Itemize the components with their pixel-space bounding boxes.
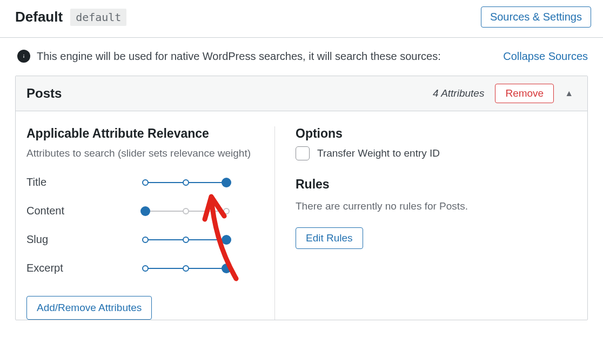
rules-title: Rules [296, 177, 574, 192]
source-panel-header-right: 4 Attributes Remove ▲ [433, 84, 573, 103]
slider-stop[interactable] [183, 208, 189, 214]
attribute-label: Title [26, 176, 145, 188]
slider-stop[interactable] [183, 265, 189, 272]
sources-settings-button[interactable]: Sources & Settings [481, 6, 591, 28]
attribute-slider-row: Excerpt [26, 262, 258, 274]
attributes-column: Applicable Attribute Relevance Attribute… [26, 126, 275, 320]
slider-stop[interactable] [222, 235, 231, 245]
source-panel-posts: Posts 4 Attributes Remove ▲ Applicable A… [15, 76, 588, 320]
info-text: This engine will be used for native Word… [37, 50, 441, 63]
info-icon [17, 50, 30, 63]
transfer-weight-checkbox[interactable] [296, 146, 310, 160]
engine-slug-tag: default [70, 9, 126, 26]
info-row: This engine will be used for native Word… [0, 38, 603, 71]
attributes-subtitle: Attributes to search (slider sets releva… [26, 145, 258, 161]
slider-stop[interactable] [140, 206, 150, 216]
relevance-slider[interactable] [145, 177, 226, 188]
source-panel-title: Posts [26, 86, 62, 101]
attribute-label: Slug [26, 233, 145, 246]
source-panel-body: Applicable Attribute Relevance Attribute… [16, 111, 587, 320]
edit-rules-button[interactable]: Edit Rules [296, 227, 363, 249]
attribute-slider-row: Title [26, 176, 258, 188]
attributes-title: Applicable Attribute Relevance [26, 126, 258, 141]
attribute-count: 4 Attributes [433, 87, 484, 99]
collapse-sources-link[interactable]: Collapse Sources [503, 50, 588, 63]
relevance-slider[interactable] [145, 234, 226, 245]
slider-stop[interactable] [142, 237, 149, 243]
remove-source-button[interactable]: Remove [495, 84, 554, 103]
slider-stop[interactable] [222, 264, 231, 273]
info-left: This engine will be used for native Word… [17, 50, 441, 63]
engine-title: Default [15, 9, 63, 25]
attribute-label: Content [26, 205, 145, 217]
attribute-slider-row: Content [26, 205, 258, 217]
slider-stop[interactable] [183, 179, 189, 186]
transfer-weight-label: Transfer Weight to entry ID [317, 145, 440, 161]
slider-stop[interactable] [223, 208, 230, 214]
slider-stop[interactable] [142, 179, 149, 186]
relevance-slider[interactable] [145, 206, 226, 217]
slider-stop[interactable] [183, 237, 189, 243]
rules-empty-text: There are currently no rules for Posts. [296, 200, 574, 212]
transfer-weight-row: Transfer Weight to entry ID [296, 145, 574, 161]
attribute-slider-row: Slug [26, 233, 258, 246]
engine-header-bar: Default default Sources & Settings [0, 0, 603, 38]
attribute-label: Excerpt [26, 262, 145, 274]
collapse-panel-icon[interactable]: ▲ [565, 89, 573, 98]
relevance-slider[interactable] [145, 263, 226, 274]
slider-stop[interactable] [142, 265, 149, 272]
options-title: Options [296, 126, 574, 141]
slider-stop[interactable] [222, 178, 231, 187]
add-remove-attributes-button[interactable]: Add/Remove Attributes [26, 296, 152, 320]
engine-title-group: Default default [15, 9, 126, 26]
source-panel-header: Posts 4 Attributes Remove ▲ [16, 76, 587, 111]
options-rules-column: Options Transfer Weight to entry ID Rule… [275, 126, 574, 320]
